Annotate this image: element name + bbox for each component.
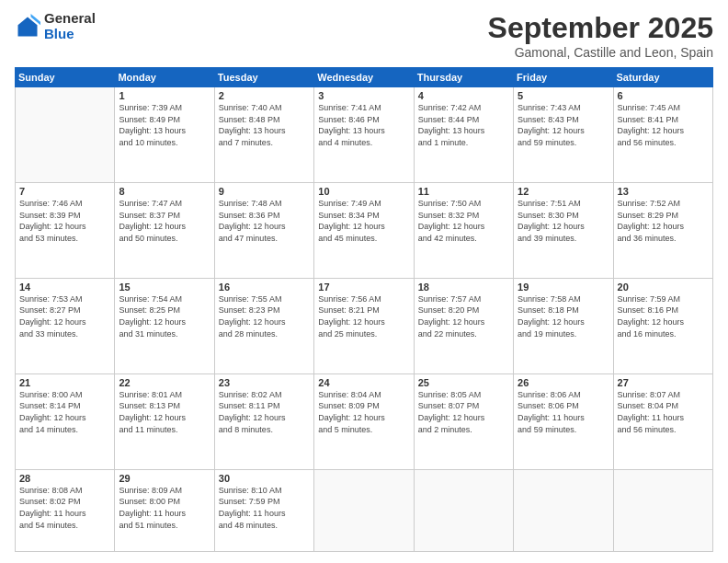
calendar-cell: 22Sunrise: 8:01 AM Sunset: 8:13 PM Dayli…: [115, 373, 214, 469]
day-number: 7: [19, 186, 110, 197]
logo-general-text: General: [44, 11, 96, 27]
day-number: 23: [219, 377, 310, 388]
calendar-cell: 1Sunrise: 7:39 AM Sunset: 8:49 PM Daylig…: [115, 87, 214, 183]
day-info: Sunrise: 7:43 AM Sunset: 8:43 PM Dayligh…: [518, 102, 609, 148]
day-info: Sunrise: 7:45 AM Sunset: 8:41 PM Dayligh…: [618, 102, 709, 148]
month-title: September 2025: [488, 11, 713, 45]
calendar-cell: 16Sunrise: 7:55 AM Sunset: 8:23 PM Dayli…: [214, 278, 313, 373]
calendar-cell: 10Sunrise: 7:49 AM Sunset: 8:34 PM Dayli…: [314, 182, 414, 278]
day-number: 8: [119, 186, 210, 197]
logo-icon: [15, 14, 40, 40]
header: General Blue September 2025 Gamonal, Cas…: [15, 11, 713, 60]
calendar-cell: 30Sunrise: 8:10 AM Sunset: 7:59 PM Dayli…: [214, 469, 313, 551]
weekday-header-row: SundayMondayTuesdayWednesdayThursdayFrid…: [16, 68, 713, 87]
day-number: 19: [518, 282, 609, 293]
day-info: Sunrise: 7:39 AM Sunset: 8:49 PM Dayligh…: [119, 102, 210, 148]
calendar-cell: 28Sunrise: 8:08 AM Sunset: 8:02 PM Dayli…: [16, 469, 115, 551]
day-info: Sunrise: 7:53 AM Sunset: 8:27 PM Dayligh…: [19, 293, 110, 339]
day-info: Sunrise: 7:55 AM Sunset: 8:23 PM Dayligh…: [219, 293, 310, 339]
calendar-cell: 19Sunrise: 7:58 AM Sunset: 8:18 PM Dayli…: [514, 278, 613, 373]
calendar-cell: 14Sunrise: 7:53 AM Sunset: 8:27 PM Dayli…: [16, 278, 115, 373]
logo-blue-text: Blue: [44, 27, 96, 42]
day-number: 4: [418, 90, 509, 101]
day-number: 14: [19, 282, 110, 293]
day-info: Sunrise: 8:01 AM Sunset: 8:13 PM Dayligh…: [119, 389, 210, 435]
day-info: Sunrise: 7:40 AM Sunset: 8:48 PM Dayligh…: [219, 102, 310, 148]
day-info: Sunrise: 8:05 AM Sunset: 8:07 PM Dayligh…: [418, 389, 509, 435]
weekday-header-friday: Friday: [514, 68, 613, 87]
day-info: Sunrise: 7:47 AM Sunset: 8:37 PM Dayligh…: [119, 198, 210, 244]
day-number: 28: [19, 473, 110, 484]
day-number: 29: [119, 473, 210, 484]
day-number: 17: [318, 282, 409, 293]
page: General Blue September 2025 Gamonal, Cas…: [0, 0, 728, 563]
day-number: 12: [518, 186, 609, 197]
day-number: 22: [119, 377, 210, 388]
calendar-cell: 23Sunrise: 8:02 AM Sunset: 8:11 PM Dayli…: [214, 373, 313, 469]
day-number: 27: [618, 377, 709, 388]
calendar-cell: 21Sunrise: 8:00 AM Sunset: 8:14 PM Dayli…: [16, 373, 115, 469]
day-info: Sunrise: 7:46 AM Sunset: 8:39 PM Dayligh…: [19, 198, 110, 244]
day-info: Sunrise: 7:59 AM Sunset: 8:16 PM Dayligh…: [618, 293, 709, 339]
day-number: 2: [219, 90, 310, 101]
calendar-cell: 7Sunrise: 7:46 AM Sunset: 8:39 PM Daylig…: [16, 182, 115, 278]
day-info: Sunrise: 8:07 AM Sunset: 8:04 PM Dayligh…: [618, 389, 709, 435]
calendar-cell: 17Sunrise: 7:56 AM Sunset: 8:21 PM Dayli…: [314, 278, 414, 373]
weekday-header-thursday: Thursday: [414, 68, 513, 87]
calendar-cell: 29Sunrise: 8:09 AM Sunset: 8:00 PM Dayli…: [115, 469, 214, 551]
day-info: Sunrise: 7:49 AM Sunset: 8:34 PM Dayligh…: [318, 198, 409, 244]
calendar-cell: 13Sunrise: 7:52 AM Sunset: 8:29 PM Dayli…: [613, 182, 712, 278]
day-number: 16: [219, 282, 310, 293]
day-info: Sunrise: 8:09 AM Sunset: 8:00 PM Dayligh…: [119, 485, 210, 531]
calendar-cell: 9Sunrise: 7:48 AM Sunset: 8:36 PM Daylig…: [214, 182, 313, 278]
day-number: 11: [418, 186, 509, 197]
calendar-cell: 5Sunrise: 7:43 AM Sunset: 8:43 PM Daylig…: [514, 87, 613, 183]
day-number: 15: [119, 282, 210, 293]
day-info: Sunrise: 7:51 AM Sunset: 8:30 PM Dayligh…: [518, 198, 609, 244]
day-number: 20: [618, 282, 709, 293]
day-number: 30: [219, 473, 310, 484]
calendar-cell: 8Sunrise: 7:47 AM Sunset: 8:37 PM Daylig…: [115, 182, 214, 278]
day-number: 21: [19, 377, 110, 388]
day-number: 3: [318, 90, 409, 101]
day-info: Sunrise: 7:52 AM Sunset: 8:29 PM Dayligh…: [618, 198, 709, 244]
day-number: 5: [518, 90, 609, 101]
week-row-3: 14Sunrise: 7:53 AM Sunset: 8:27 PM Dayli…: [16, 278, 713, 373]
calendar-cell: 18Sunrise: 7:57 AM Sunset: 8:20 PM Dayli…: [414, 278, 513, 373]
day-info: Sunrise: 7:54 AM Sunset: 8:25 PM Dayligh…: [119, 293, 210, 339]
calendar-cell: 11Sunrise: 7:50 AM Sunset: 8:32 PM Dayli…: [414, 182, 513, 278]
calendar-table: SundayMondayTuesdayWednesdayThursdayFrid…: [15, 67, 713, 552]
logo: General Blue: [15, 11, 96, 41]
weekday-header-monday: Monday: [115, 68, 214, 87]
calendar-cell: 25Sunrise: 8:05 AM Sunset: 8:07 PM Dayli…: [414, 373, 513, 469]
week-row-5: 28Sunrise: 8:08 AM Sunset: 8:02 PM Dayli…: [16, 469, 713, 551]
day-number: 24: [318, 377, 409, 388]
calendar-cell: 2Sunrise: 7:40 AM Sunset: 8:48 PM Daylig…: [214, 87, 313, 183]
calendar-cell: [16, 87, 115, 183]
day-info: Sunrise: 7:41 AM Sunset: 8:46 PM Dayligh…: [318, 102, 409, 148]
day-number: 26: [518, 377, 609, 388]
title-block: September 2025 Gamonal, Castille and Leo…: [488, 11, 713, 60]
day-info: Sunrise: 8:06 AM Sunset: 8:06 PM Dayligh…: [518, 389, 609, 435]
location: Gamonal, Castille and Leon, Spain: [488, 45, 713, 60]
weekday-header-wednesday: Wednesday: [314, 68, 414, 87]
day-info: Sunrise: 8:10 AM Sunset: 7:59 PM Dayligh…: [219, 485, 310, 531]
day-number: 13: [618, 186, 709, 197]
day-number: 6: [618, 90, 709, 101]
calendar-cell: 12Sunrise: 7:51 AM Sunset: 8:30 PM Dayli…: [514, 182, 613, 278]
day-info: Sunrise: 8:04 AM Sunset: 8:09 PM Dayligh…: [318, 389, 409, 435]
day-info: Sunrise: 7:50 AM Sunset: 8:32 PM Dayligh…: [418, 198, 509, 244]
day-info: Sunrise: 8:00 AM Sunset: 8:14 PM Dayligh…: [19, 389, 110, 435]
calendar-cell: 15Sunrise: 7:54 AM Sunset: 8:25 PM Dayli…: [115, 278, 214, 373]
day-info: Sunrise: 7:48 AM Sunset: 8:36 PM Dayligh…: [219, 198, 310, 244]
calendar-cell: 3Sunrise: 7:41 AM Sunset: 8:46 PM Daylig…: [314, 87, 414, 183]
logo-text: General Blue: [44, 11, 96, 41]
week-row-4: 21Sunrise: 8:00 AM Sunset: 8:14 PM Dayli…: [16, 373, 713, 469]
day-number: 1: [119, 90, 210, 101]
day-number: 18: [418, 282, 509, 293]
weekday-header-saturday: Saturday: [613, 68, 712, 87]
day-info: Sunrise: 7:58 AM Sunset: 8:18 PM Dayligh…: [518, 293, 609, 339]
week-row-2: 7Sunrise: 7:46 AM Sunset: 8:39 PM Daylig…: [16, 182, 713, 278]
day-number: 10: [318, 186, 409, 197]
week-row-1: 1Sunrise: 7:39 AM Sunset: 8:49 PM Daylig…: [16, 87, 713, 183]
